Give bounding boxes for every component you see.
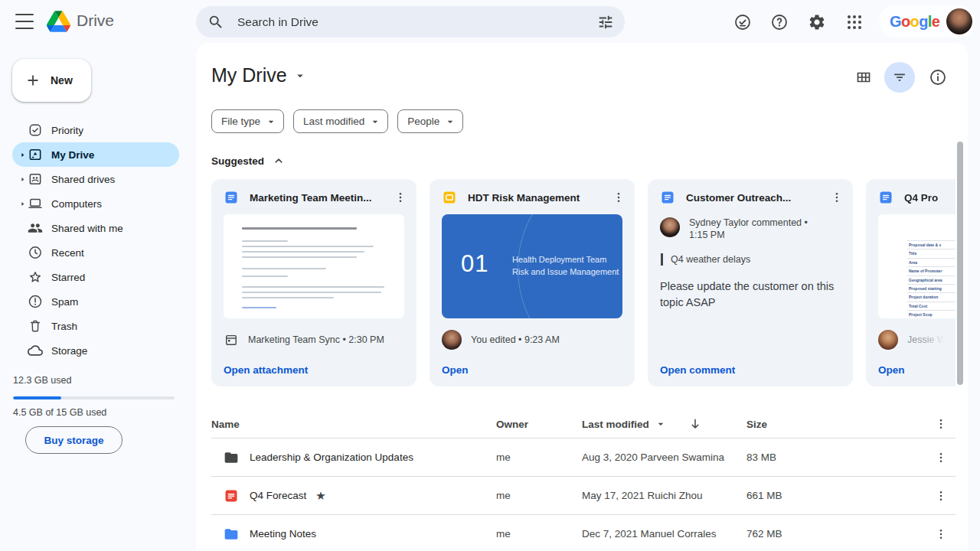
expand-arrow-icon[interactable]	[17, 198, 28, 209]
drive-logo-icon	[47, 11, 70, 32]
help-icon	[770, 13, 789, 31]
page-title[interactable]: My Drive	[211, 64, 307, 86]
editor-avatar	[878, 330, 898, 350]
sidebar-item-shared-drives[interactable]: Shared drives	[12, 167, 179, 191]
vertical-scrollbar[interactable]	[957, 142, 963, 385]
search-options-button[interactable]	[594, 11, 617, 34]
search-bar[interactable]	[196, 6, 625, 37]
doc-preview-thumbnail[interactable]: Proposal date & sTitleAreaName of Promot…	[878, 214, 956, 318]
card-title: HDT Risk Management	[468, 192, 612, 204]
details-button[interactable]	[929, 68, 947, 86]
sidebar-item-storage[interactable]: Storage	[12, 338, 179, 363]
row-menu-button[interactable]	[934, 526, 951, 543]
google-docs-icon	[660, 190, 675, 205]
recent-icon	[28, 245, 43, 260]
table-row-meeting-notes[interactable]: Meeting Notes me Dec 7, 2021 Manuel Corr…	[211, 515, 956, 551]
column-header-size[interactable]: Size	[746, 419, 929, 430]
sidebar-item-shared-with-me[interactable]: Shared with me	[12, 216, 179, 240]
offline-status-button[interactable]	[733, 12, 753, 32]
sort-direction-icon[interactable]	[688, 416, 703, 432]
filter-button[interactable]	[884, 62, 915, 93]
chevron-down-icon[interactable]	[293, 69, 307, 83]
apps-grid-button[interactable]	[845, 12, 865, 32]
open-link[interactable]: Open	[878, 364, 905, 376]
suggested-label: Suggested	[211, 155, 264, 167]
last-modified-filter-chip[interactable]: Last modified	[293, 109, 388, 133]
new-button[interactable]: New	[12, 59, 91, 102]
settings-button[interactable]	[808, 12, 828, 32]
buy-storage-button[interactable]: Buy storage	[25, 426, 122, 454]
shared-drives-icon	[28, 171, 43, 187]
star-indicator: ★	[315, 490, 325, 501]
column-header-owner[interactable]: Owner	[496, 419, 582, 430]
apps-grid-icon	[845, 13, 864, 31]
file-table-header: Name Owner Last modified Size	[211, 410, 956, 439]
file-type-filter-chip[interactable]: File type	[211, 109, 284, 133]
sidebar-item-spam[interactable]: Spam	[12, 289, 179, 314]
chip-label: File type	[221, 116, 260, 127]
main-menu-icon[interactable]	[15, 14, 34, 29]
sidebar-item-my-drive[interactable]: My Drive	[12, 142, 179, 167]
row-menu-button[interactable]	[934, 487, 951, 504]
open-link[interactable]: Open	[442, 364, 469, 376]
card-footer-text: Marketing Team Sync • 2:30 PM	[248, 334, 384, 345]
folder-icon	[224, 527, 239, 542]
file-owner: me	[496, 490, 582, 501]
sidebar-item-recent[interactable]: Recent	[12, 240, 179, 265]
search-icon[interactable]	[207, 14, 224, 31]
open-attachment-link[interactable]: Open attachment	[224, 364, 308, 376]
people-filter-chip[interactable]: People	[397, 109, 463, 133]
account-avatar[interactable]	[946, 8, 972, 34]
comment-quote: Q4 weather delays	[661, 253, 750, 266]
chip-label: People	[407, 116, 439, 127]
suggested-card-marketing-team-meeting[interactable]: Marketing Team Meetin... Marketing Team …	[211, 179, 416, 386]
sidebar-item-starred[interactable]: Starred	[12, 265, 179, 289]
slide-title-text: Health Deployment Team Risk and Issue Ma…	[512, 254, 619, 278]
card-menu-button[interactable]	[612, 189, 629, 206]
grid-view-button[interactable]	[854, 68, 873, 86]
sidebar-item-label: Trash	[51, 321, 77, 332]
suggested-section-toggle[interactable]: Suggested	[211, 154, 286, 168]
table-menu-button[interactable]	[934, 416, 951, 432]
suggested-card-hdt-risk-management[interactable]: HDT Risk Management 01 Health Deployment…	[430, 179, 635, 386]
column-header-last-modified[interactable]: Last modified	[582, 419, 649, 430]
card-menu-button[interactable]	[830, 189, 847, 206]
doc-preview-thumbnail[interactable]	[224, 214, 404, 318]
sidebar-item-computers[interactable]: Computers	[12, 191, 179, 216]
column-header-name[interactable]: Name	[211, 419, 496, 430]
kebab-icon	[934, 527, 948, 541]
suggested-card-customer-outreach[interactable]: Customer Outreach... Sydney Taylor comme…	[648, 179, 853, 386]
open-comment-link[interactable]: Open comment	[660, 364, 735, 376]
card-title: Customer Outreach...	[686, 192, 830, 204]
storage-quota-text: 4.5 GB of 15 GB used	[13, 407, 106, 418]
sidebar-item-label: Spam	[51, 296, 78, 308]
expand-arrow-icon[interactable]	[17, 149, 28, 160]
google-wordmark: Google	[890, 13, 939, 31]
chevron-up-icon[interactable]	[272, 154, 286, 168]
sidebar-item-priority[interactable]: Priority	[12, 118, 179, 142]
slide-preview-thumbnail[interactable]: 01 Health Deployment Team Risk and Issue…	[442, 214, 622, 318]
table-row-q4-forecast[interactable]: Q4 Forecast ★ me May 17, 2021 Ruichi Zho…	[211, 477, 956, 515]
card-menu-button[interactable]	[394, 189, 410, 206]
help-button[interactable]	[770, 12, 790, 32]
storage-progress-bar	[13, 396, 175, 399]
search-input[interactable]	[236, 15, 594, 30]
account-chip: Google	[879, 5, 975, 37]
expand-arrow-icon[interactable]	[17, 174, 28, 184]
app-name: Drive	[77, 11, 114, 30]
sidebar-item-trash[interactable]: Trash	[12, 314, 179, 338]
calendar-icon	[224, 332, 239, 347]
doc-preview-table: Proposal date & sTitleAreaName of Promot…	[907, 240, 956, 319]
chip-label: Last modified	[303, 116, 364, 127]
chevron-down-icon[interactable]	[655, 418, 667, 430]
new-button-label: New	[51, 74, 73, 86]
kebab-icon	[934, 417, 948, 431]
google-docs-icon	[878, 190, 893, 205]
suggested-card-q4-proposal[interactable]: Q4 Pro Proposal date & sTitleAreaName of…	[866, 179, 956, 386]
main-content: My Drive File type Last modified People …	[196, 43, 968, 551]
table-row-leadership-organization-updates[interactable]: Leadership & Organization Updates me Aug…	[211, 439, 956, 477]
row-menu-button[interactable]	[934, 449, 951, 466]
info-icon	[929, 68, 947, 86]
starred-icon	[28, 269, 43, 285]
storage-icon	[28, 343, 43, 358]
